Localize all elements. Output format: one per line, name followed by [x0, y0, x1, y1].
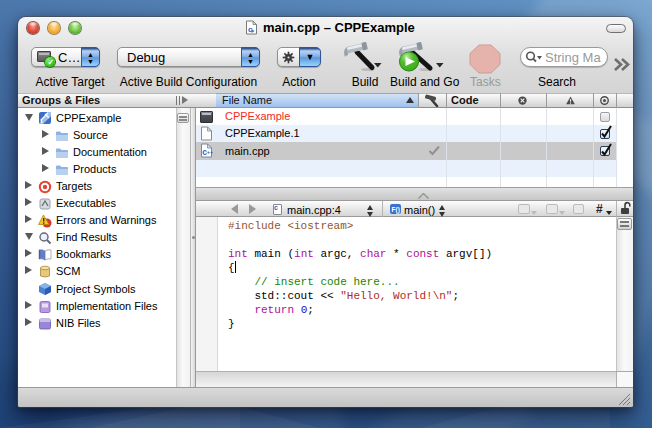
- svg-text:++: ++: [207, 149, 213, 155]
